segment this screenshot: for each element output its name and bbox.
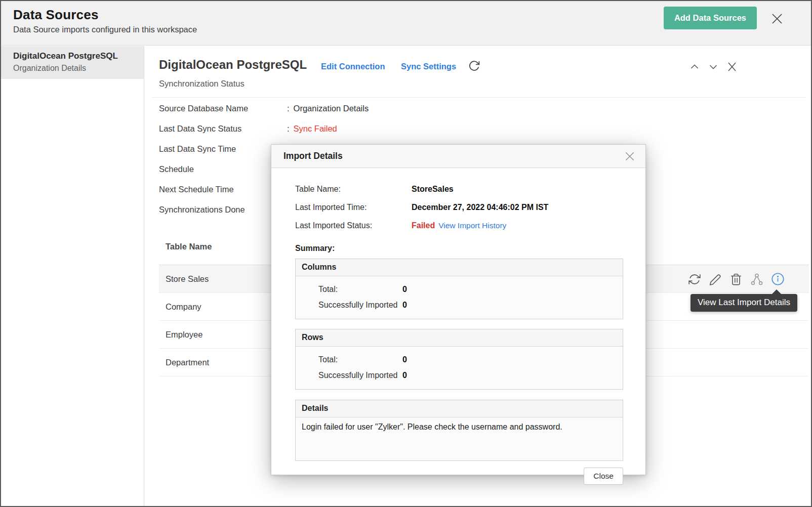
delete-icon[interactable] xyxy=(729,273,743,286)
modal-field-table-name: Table Name: StoreSales xyxy=(295,180,623,198)
columns-box-title: Columns xyxy=(296,259,623,276)
modal-body: Table Name: StoreSales Last Imported Tim… xyxy=(271,168,645,485)
table-name-column-header: Table Name xyxy=(166,242,212,251)
tooltip-view-last-import-details: View Last Import Details xyxy=(691,294,797,312)
tooltip-caret xyxy=(772,289,782,294)
edit-icon[interactable] xyxy=(709,273,722,286)
section-divider xyxy=(152,97,806,98)
sidebar-item-digitalocean-postgresql[interactable]: DigitalOcean PostgreSQL Organization Det… xyxy=(1,46,144,79)
sidebar-item-title: DigitalOcean PostgreSQL xyxy=(13,51,132,61)
modal-title: Import Details xyxy=(283,151,623,161)
connection-title: DigitalOcean PostgreSQL xyxy=(159,58,307,72)
page-header: Data Sources Data Source imports configu… xyxy=(1,1,811,46)
close-button[interactable]: Close xyxy=(584,468,623,485)
modal-header: Import Details xyxy=(271,145,645,168)
add-data-sources-button[interactable]: Add Data Sources xyxy=(664,7,757,29)
details-error-text: Login failed for user "Zylker". Please c… xyxy=(296,417,623,460)
columns-imported-row: Successfully Imported 0 xyxy=(318,297,617,313)
modal-field-last-imported-time: Last Imported Time: December 27, 2022 04… xyxy=(295,198,623,217)
columns-total-row: Total: 0 xyxy=(318,281,617,297)
edit-connection-link[interactable]: Edit Connection xyxy=(321,62,385,71)
panel-controls xyxy=(688,61,738,73)
import-details-modal: Import Details Table Name: StoreSales La… xyxy=(271,144,646,475)
rows-imported-row: Successfully Imported 0 xyxy=(318,367,617,383)
modal-field-last-imported-status: Last Imported Status: Failed View Import… xyxy=(295,217,623,235)
columns-summary-box: Columns Total: 0 Successfully Imported 0 xyxy=(295,259,623,319)
details-box-title: Details xyxy=(296,400,623,417)
modal-footer: Close xyxy=(295,461,623,485)
sync-failed-status: Sync Failed xyxy=(294,124,337,134)
chevron-up-icon[interactable] xyxy=(688,61,701,73)
sync-now-icon[interactable] xyxy=(688,273,701,286)
close-icon[interactable] xyxy=(769,11,785,26)
view-last-import-details-icon[interactable] xyxy=(771,272,785,286)
sync-settings-link[interactable]: Sync Settings xyxy=(401,62,456,71)
field-source-database-name: Source Database Name : Organization Deta… xyxy=(159,98,615,118)
page-title: Data Sources xyxy=(13,7,99,23)
row-actions xyxy=(688,265,785,293)
rows-summary-box: Rows Total: 0 Successfully Imported 0 xyxy=(295,329,623,390)
datasource-sidebar: DigitalOcean PostgreSQL Organization Det… xyxy=(1,46,144,506)
field-value: Organization Details xyxy=(294,104,369,113)
view-import-history-link[interactable]: View Import History xyxy=(438,221,506,230)
refresh-icon[interactable] xyxy=(468,60,480,72)
rows-total-row: Total: 0 xyxy=(318,352,617,367)
modal-close-icon[interactable] xyxy=(623,150,636,163)
summary-label: Summary: xyxy=(295,244,623,253)
failed-status: Failed xyxy=(412,221,435,230)
data-sources-window: Data Sources Data Source imports configu… xyxy=(0,0,812,507)
field-last-data-sync-status: Last Data Sync Status : Sync Failed xyxy=(159,118,615,139)
sync-status-section-title: Synchronization Status xyxy=(159,79,245,89)
sidebar-item-subtitle: Organization Details xyxy=(13,64,132,73)
panel-close-icon[interactable] xyxy=(726,61,738,73)
relationships-icon[interactable] xyxy=(750,273,763,286)
chevron-down-icon[interactable] xyxy=(707,61,719,73)
details-box: Details Login failed for user "Zylker". … xyxy=(295,400,623,461)
rows-box-title: Rows xyxy=(296,329,623,347)
page-subtitle: Data Source imports configured in this w… xyxy=(13,25,197,34)
